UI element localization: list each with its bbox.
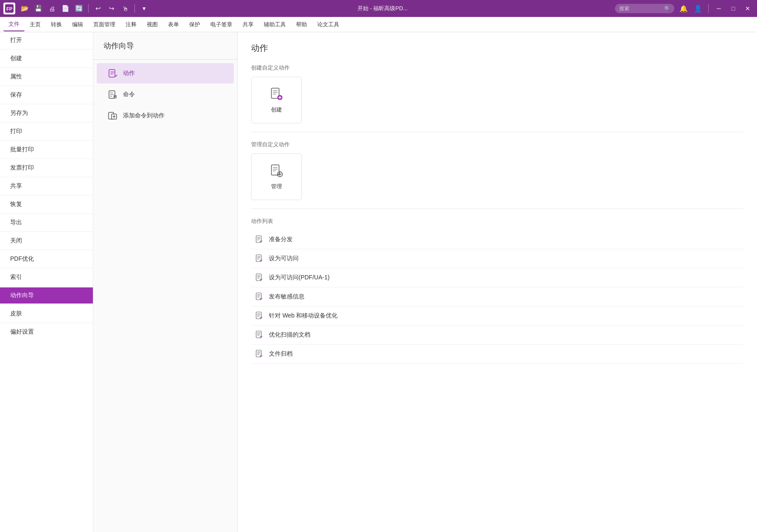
sidebar-item-invoiceprint[interactable]: 发票打印 <box>0 160 93 176</box>
action-list-item-4[interactable]: 针对 Web 和移动设备优化 <box>251 306 743 326</box>
svg-text:FP: FP <box>6 6 12 11</box>
menu-page[interactable]: 页面管理 <box>88 18 120 31</box>
wizard-nav-addcmd[interactable]: 添加命令到动作 <box>97 106 234 126</box>
search-wrap: 🔍 <box>615 4 674 13</box>
sidebar-item-batchprint[interactable]: 批量打印 <box>0 142 93 158</box>
menu-paper[interactable]: 论文工具 <box>312 18 344 31</box>
action-item-icon-5 <box>254 330 265 340</box>
create-card-icon <box>269 86 284 102</box>
sidebar-item-close[interactable]: 关闭 <box>0 233 93 249</box>
sidebar-item-pdfopt[interactable]: PDF优化 <box>0 251 93 267</box>
titlebar: FP 📂 💾 🖨 📄 🔄 ↩ ↪ 🖱 ▾ 开始 - 福昕高级PD... 🔍 🔔 … <box>0 0 757 17</box>
action-item-icon-1 <box>254 253 265 264</box>
divider <box>0 250 93 250</box>
divider <box>0 213 93 214</box>
save-icon[interactable]: 💾 <box>32 3 44 14</box>
menu-edit[interactable]: 编辑 <box>67 18 88 31</box>
wizard-nav-action-label: 动作 <box>123 70 135 77</box>
action-item-label-6: 文件归档 <box>269 350 293 358</box>
minimize-button[interactable]: ─ <box>713 3 725 14</box>
wizard-divider <box>93 59 237 60</box>
open-icon[interactable]: 📂 <box>19 3 31 14</box>
menu-file[interactable]: 文件 <box>3 18 25 31</box>
menu-home[interactable]: 主页 <box>25 18 46 31</box>
undo-icon[interactable]: ↩ <box>92 3 104 14</box>
svg-text:cmd: cmd <box>115 96 118 98</box>
sidebar-item-share[interactable]: 共享 <box>0 178 93 194</box>
divider <box>0 323 93 323</box>
divider <box>0 231 93 232</box>
print-icon[interactable]: 🖨 <box>46 3 58 14</box>
manage-section-title: 管理自定义动作 <box>251 141 743 148</box>
svg-point-12 <box>279 173 281 175</box>
sidebar-item-restore[interactable]: 恢复 <box>0 196 93 212</box>
sidebar-item-save[interactable]: 保存 <box>0 87 93 103</box>
divider <box>0 304 93 305</box>
section-divider2 <box>251 209 743 209</box>
divider <box>0 122 93 123</box>
sidebar-item-create[interactable]: 创建 <box>0 50 93 67</box>
action-item-label-2: 设为可访问(PDF/UA-1) <box>269 274 330 281</box>
cursor-icon[interactable]: 🖱 <box>119 3 131 14</box>
notification-icon[interactable]: 🔔 <box>678 3 690 14</box>
divider <box>0 140 93 141</box>
svg-rect-10 <box>271 165 279 175</box>
addcmd-nav-icon <box>107 110 119 122</box>
divider <box>0 195 93 195</box>
action-list-item-0[interactable]: 准备分发 <box>251 230 743 249</box>
menu-convert[interactable]: 转换 <box>46 18 67 31</box>
action-list-item-6[interactable]: 文件归档 <box>251 345 743 364</box>
menu-esign[interactable]: 电子签章 <box>205 18 237 31</box>
menu-annotation[interactable]: 注释 <box>120 18 142 31</box>
create-card-label: 创建 <box>271 106 282 114</box>
account-icon[interactable]: 👤 <box>692 3 704 14</box>
sidebar-item-print[interactable]: 打印 <box>0 123 93 139</box>
wizard-nav-action[interactable]: 动作 <box>97 63 234 84</box>
sidebar-item-properties[interactable]: 属性 <box>0 69 93 85</box>
content-area: 动作 创建自定义动作 创建 管理自定义动作 <box>237 32 757 532</box>
toolbar-tools: 📂 💾 🖨 📄 🔄 ↩ ↪ 🖱 ▾ <box>19 3 150 14</box>
action-list-item-3[interactable]: 发布敏感信息 <box>251 287 743 306</box>
menu-form[interactable]: 表单 <box>163 18 184 31</box>
sidebar-item-open[interactable]: 打开 <box>0 32 93 48</box>
menu-help[interactable]: 帮助 <box>291 18 312 31</box>
sidebar-item-saveas[interactable]: 另存为 <box>0 105 93 121</box>
action-item-label-4: 针对 Web 和移动设备优化 <box>269 312 338 320</box>
close-button[interactable]: ✕ <box>742 3 754 14</box>
dropdown-icon[interactable]: ▾ <box>138 3 150 14</box>
menu-view[interactable]: 视图 <box>142 18 163 31</box>
action-item-icon-0 <box>254 234 265 245</box>
menu-share[interactable]: 共享 <box>237 18 259 31</box>
sidebar-item-actionwizard[interactable]: 动作向导 <box>0 287 93 304</box>
redo-icon[interactable]: ↪ <box>106 3 117 14</box>
create-action-card[interactable]: 创建 <box>251 77 302 123</box>
sidebar-item-index[interactable]: 索引 <box>0 269 93 285</box>
action-list-item-1[interactable]: 设为可访问 <box>251 249 743 268</box>
action-list-item-2[interactable]: 设为可访问(PDF/UA-1) <box>251 268 743 287</box>
titlebar-right: 🔔 👤 ─ □ ✕ <box>678 3 754 14</box>
maximize-button[interactable]: □ <box>727 3 739 14</box>
section-divider1 <box>251 132 743 132</box>
menu-protect[interactable]: 保护 <box>184 18 205 31</box>
scan-icon[interactable]: 📄 <box>59 3 71 14</box>
action-item-icon-3 <box>254 292 265 302</box>
sidebar: 打开 创建 属性 保存 另存为 打印 批量打印 发票打印 共享 恢复 导出 关闭… <box>0 32 93 532</box>
sidebar-item-skin[interactable]: 皮肤 <box>0 306 93 322</box>
content-title: 动作 <box>251 42 743 54</box>
convert-icon[interactable]: 🔄 <box>73 3 85 14</box>
sidebar-item-preferences[interactable]: 偏好设置 <box>0 324 93 340</box>
manage-action-card[interactable]: 管理 <box>251 153 302 200</box>
divider <box>0 268 93 268</box>
wizard-nav-command[interactable]: cmd 命令 <box>97 84 234 105</box>
sidebar-item-export[interactable]: 导出 <box>0 214 93 231</box>
app-logo: FP <box>3 3 15 14</box>
search-icon: 🔍 <box>664 6 671 12</box>
action-list-item-5[interactable]: 优化扫描的文档 <box>251 326 743 345</box>
action-item-label-3: 发布敏感信息 <box>269 293 304 301</box>
action-item-icon-2 <box>254 273 265 283</box>
separator <box>88 4 89 13</box>
menu-assist[interactable]: 辅助工具 <box>259 18 291 31</box>
divider <box>0 67 93 68</box>
menubar: 文件 主页 转换 编辑 页面管理 注释 视图 表单 保护 电子签章 共享 辅助工… <box>0 17 757 32</box>
action-item-label-1: 设为可访问 <box>269 255 299 262</box>
